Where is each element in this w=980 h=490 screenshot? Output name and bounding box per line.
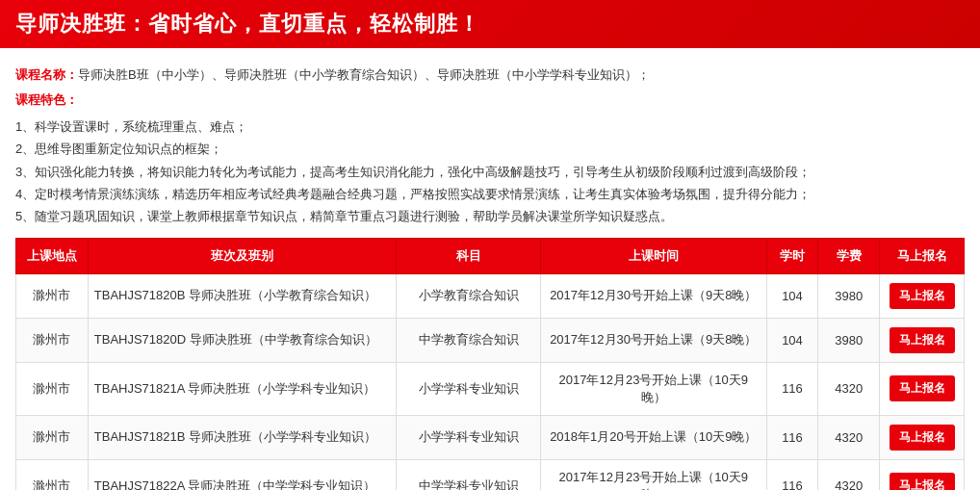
page-title: 导师决胜班：省时省心，直切重点，轻松制胜！ xyxy=(15,10,965,39)
col-header-location: 上课地点 xyxy=(16,238,89,273)
col-header-hours: 学时 xyxy=(766,238,817,273)
cell-time: 2017年12月23号开始上课（10天9晚） xyxy=(540,362,766,415)
table-row: 滁州市TBAHJS71820B 导师决胜班（小学教育综合知识）小学教育综合知识2… xyxy=(16,273,965,318)
feature-item-5: 5、随堂习题巩固知识，课堂上教师根据章节知识点，精简章节重点习题进行测验，帮助学… xyxy=(15,205,965,227)
feature-label-line: 课程特色： xyxy=(15,89,965,111)
cell-class: TBAHJS71820B 导师决胜班（小学教育综合知识） xyxy=(88,273,396,318)
col-header-class: 班次及班别 xyxy=(88,238,396,273)
cell-location: 滁州市 xyxy=(16,415,89,459)
cell-fee: 4320 xyxy=(818,459,880,490)
feature-item-2: 2、思维导图重新定位知识点的框架； xyxy=(15,138,965,160)
course-name-label: 课程名称： xyxy=(15,67,78,82)
cell-class: TBAHJS71821B 导师决胜班（小学学科专业知识） xyxy=(88,415,396,459)
cell-register: 马上报名 xyxy=(880,415,965,459)
table-row: 滁州市TBAHJS71820D 导师决胜班（中学教育综合知识）中学教育综合知识2… xyxy=(16,318,965,362)
cell-fee: 4320 xyxy=(818,415,880,459)
col-header-subject: 科目 xyxy=(397,238,541,273)
cell-time: 2017年12月30号开始上课（9天8晚） xyxy=(540,318,766,362)
cell-register: 马上报名 xyxy=(880,362,965,415)
cell-subject: 小学学科专业知识 xyxy=(397,362,541,415)
cell-subject: 中学教育综合知识 xyxy=(397,318,541,362)
register-button[interactable]: 马上报名 xyxy=(890,375,955,401)
table-row: 滁州市TBAHJS71821B 导师决胜班（小学学科专业知识）小学学科专业知识2… xyxy=(16,415,965,459)
register-button[interactable]: 马上报名 xyxy=(890,425,955,451)
cell-fee: 3980 xyxy=(818,273,880,318)
cell-location: 滁州市 xyxy=(16,273,89,318)
table-row: 滁州市TBAHJS71821A 导师决胜班（小学学科专业知识）小学学科专业知识2… xyxy=(16,362,965,415)
cell-register: 马上报名 xyxy=(880,318,965,362)
feature-list: 1、科学设置课时，系统梳理重点、难点； 2、思维导图重新定位知识点的框架； 3、… xyxy=(15,116,965,228)
feature-item-3: 3、知识强化能力转换，将知识能力转化为考试能力，提高考生知识消化能力，强化中高级… xyxy=(15,161,965,183)
feature-item-1: 1、科学设置课时，系统梳理重点、难点； xyxy=(15,116,965,138)
cell-subject: 小学学科专业知识 xyxy=(397,415,541,459)
cell-hours: 116 xyxy=(766,459,817,490)
cell-fee: 4320 xyxy=(818,362,880,415)
col-header-register: 马上报名 xyxy=(880,238,965,273)
header-banner: 导师决胜班：省时省心，直切重点，轻松制胜！ xyxy=(0,0,980,48)
cell-location: 滁州市 xyxy=(16,459,89,490)
cell-hours: 104 xyxy=(766,273,817,318)
col-header-time: 上课时间 xyxy=(540,238,766,273)
course-table: 上课地点 班次及班别 科目 上课时间 学时 学费 马上报名 滁州市TBAHJS7… xyxy=(15,238,965,490)
register-button[interactable]: 马上报名 xyxy=(890,327,955,353)
cell-hours: 116 xyxy=(766,415,817,459)
cell-subject: 小学教育综合知识 xyxy=(397,273,541,318)
table-wrapper: 上课地点 班次及班别 科目 上课时间 学时 学费 马上报名 滁州市TBAHJS7… xyxy=(0,238,980,490)
cell-hours: 104 xyxy=(766,318,817,362)
table-row: 滁州市TBAHJS71822A 导师决胜班（中学学科专业知识）中学学科专业知识2… xyxy=(16,459,965,490)
cell-time: 2017年12月23号开始上课（10天9晚） xyxy=(540,459,766,490)
table-header-row: 上课地点 班次及班别 科目 上课时间 学时 学费 马上报名 xyxy=(16,238,965,273)
cell-subject: 中学学科专业知识 xyxy=(397,459,541,490)
cell-fee: 3980 xyxy=(818,318,880,362)
course-name-value: 导师决胜B班（中小学）、导师决胜班（中小学教育综合知识）、导师决胜班（中小学学科… xyxy=(78,67,650,82)
cell-time: 2018年1月20号开始上课（10天9晚） xyxy=(540,415,766,459)
feature-item-4: 4、定时模考情景演练演练，精选历年相应考试经典考题融合经典习题，严格按照实战要求… xyxy=(15,183,965,205)
course-name-line: 课程名称：导师决胜B班（中小学）、导师决胜班（中小学教育综合知识）、导师决胜班（… xyxy=(15,64,965,86)
cell-location: 滁州市 xyxy=(16,318,89,362)
cell-class: TBAHJS71820D 导师决胜班（中学教育综合知识） xyxy=(88,318,396,362)
info-section: 课程名称：导师决胜B班（中小学）、导师决胜班（中小学教育综合知识）、导师决胜班（… xyxy=(0,58,980,238)
cell-register: 马上报名 xyxy=(880,273,965,318)
register-button[interactable]: 马上报名 xyxy=(890,283,955,309)
feature-label: 课程特色： xyxy=(15,92,78,107)
cell-location: 滁州市 xyxy=(16,362,89,415)
cell-class: TBAHJS71821A 导师决胜班（小学学科专业知识） xyxy=(88,362,396,415)
col-header-fee: 学费 xyxy=(818,238,880,273)
cell-register: 马上报名 xyxy=(880,459,965,490)
register-button[interactable]: 马上报名 xyxy=(890,473,955,490)
cell-class: TBAHJS71822A 导师决胜班（中学学科专业知识） xyxy=(88,459,396,490)
cell-hours: 116 xyxy=(766,362,817,415)
cell-time: 2017年12月30号开始上课（9天8晚） xyxy=(540,273,766,318)
